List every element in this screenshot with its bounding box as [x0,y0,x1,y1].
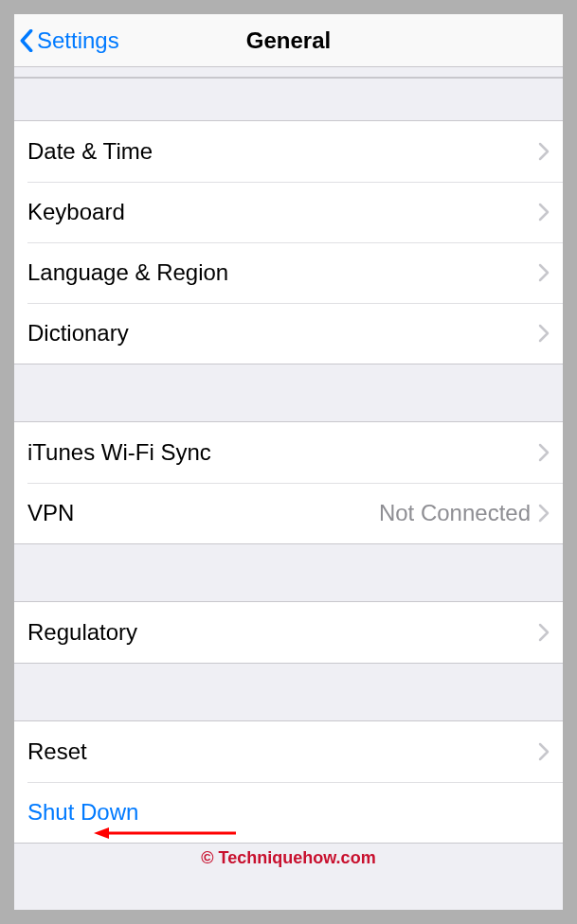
chevron-right-icon [538,142,550,161]
row-reset[interactable]: Reset [14,721,563,782]
row-keyboard[interactable]: Keyboard [14,182,563,242]
row-label: VPN [27,500,379,526]
row-regulatory[interactable]: Regulatory [14,602,563,663]
row-language-region[interactable]: Language & Region [14,242,563,303]
row-label: Keyboard [27,199,538,225]
row-date-time[interactable]: Date & Time [14,121,563,182]
back-label: Settings [37,27,119,54]
spacer [14,544,563,601]
row-value: Not Connected [379,500,531,526]
settings-general-screen: Settings General Date & Time Keyboard La… [14,14,563,910]
chevron-right-icon [538,504,550,523]
chevron-right-icon [538,263,550,282]
chevron-right-icon [538,623,550,642]
chevron-right-icon [538,443,550,462]
spacer [14,364,563,421]
group-2: iTunes Wi-Fi Sync VPN Not Connected [14,421,563,544]
chevron-right-icon [538,203,550,222]
group-1: Date & Time Keyboard Language & Region D… [14,120,563,364]
row-label: Shut Down [27,799,550,826]
row-dictionary[interactable]: Dictionary [14,303,563,364]
row-label: Reset [27,738,538,765]
watermark: © Techniquehow.com [14,848,563,868]
navbar: Settings General [14,14,563,67]
group-4: Reset Shut Down [14,720,563,844]
row-itunes-wifi-sync[interactable]: iTunes Wi-Fi Sync [14,422,563,483]
row-label: Dictionary [27,320,538,346]
row-vpn[interactable]: VPN Not Connected [14,483,563,543]
spacer [14,67,563,77]
row-label: iTunes Wi-Fi Sync [27,439,538,466]
spacer [14,664,563,720]
group-3: Regulatory [14,601,563,664]
row-label: Regulatory [27,619,538,646]
chevron-back-icon [20,29,33,52]
back-button[interactable]: Settings [14,27,119,54]
spacer [14,79,563,120]
row-shut-down[interactable]: Shut Down [14,782,563,843]
row-label: Date & Time [27,138,538,165]
chevron-right-icon [538,742,550,761]
row-label: Language & Region [27,259,538,286]
chevron-right-icon [538,324,550,343]
